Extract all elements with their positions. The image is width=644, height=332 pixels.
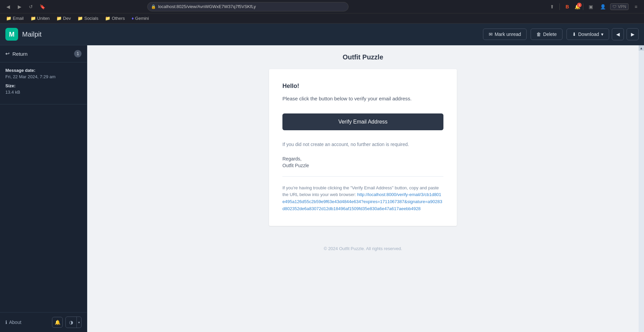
email-sender-name: Outfit Puzzle: [282, 163, 443, 168]
sidebar-toggle-button[interactable]: ▣: [586, 2, 595, 11]
mark-unread-icon: ✉: [489, 32, 493, 37]
folder-icon: 📁: [6, 16, 11, 21]
bookmark-gemini[interactable]: ♦ Gemini: [129, 15, 152, 22]
bookmark-button[interactable]: 🔖: [38, 2, 47, 11]
bookmark-others-label: Others: [112, 16, 125, 21]
bookmark-socials-label: Socials: [84, 16, 98, 21]
download-button[interactable]: ⬇ Download ▾: [567, 29, 609, 40]
bookmark-socials[interactable]: 📁 Socials: [75, 15, 101, 22]
sidebar: ↩ Return 1 Message date: Fri, 22 Mar 202…: [0, 45, 87, 332]
bell-icon: 🔔: [55, 320, 60, 325]
prev-message-button[interactable]: ◀: [612, 28, 624, 40]
vpn-label: VPN: [618, 4, 626, 9]
verify-btn-label: Verify Email Address: [338, 119, 388, 125]
lock-icon: 🔒: [151, 4, 156, 9]
download-chevron-icon: ▾: [601, 32, 603, 37]
sidebar-bottom: ℹ About 🔔 ◑ ▾: [0, 312, 87, 332]
menu-button[interactable]: ≡: [631, 2, 641, 11]
mark-unread-button[interactable]: ✉ Mark unread: [483, 29, 527, 40]
url-text: localhost:8025/view/AvnWGWxE7W37q7f5VSKf…: [158, 4, 345, 9]
download-label: Download: [578, 32, 599, 37]
return-button[interactable]: ↩ Return 1: [0, 45, 87, 62]
folder-icon: 📁: [56, 16, 62, 21]
message-info-panel: Message date: Fri, 22 Mar 2024, 7:29 am …: [0, 62, 87, 104]
bookmark-uniten-label: Uniten: [37, 16, 50, 21]
about-label: About: [9, 320, 21, 325]
return-icon: ↩: [5, 51, 10, 57]
share-button[interactable]: ⬆: [547, 2, 557, 11]
scroll-up-button[interactable]: ▲: [639, 45, 644, 51]
delete-label: Delete: [543, 32, 556, 37]
back-button[interactable]: ◀: [3, 2, 13, 11]
verify-email-button[interactable]: Verify Email Address: [282, 113, 443, 130]
email-note: If you did not create an account, no fur…: [282, 141, 443, 148]
download-icon: ⬇: [572, 32, 576, 37]
message-date-value: Fri, 22 Mar 2024, 7:29 am: [5, 74, 82, 79]
folder-icon: 📁: [105, 16, 110, 21]
email-card: Hello! Please click the button below to …: [269, 69, 457, 226]
vpn-icon: 🛡: [612, 4, 616, 9]
about-button[interactable]: ℹ About: [5, 320, 49, 325]
app-title: Mailpit: [22, 31, 479, 38]
bookmark-gemini-label: Gemini: [135, 16, 149, 21]
mailpit-logo: M: [5, 28, 18, 41]
bookmark-others[interactable]: 📁 Others: [102, 15, 127, 22]
notification-badge: 1: [577, 3, 582, 7]
trash-icon: 🗑: [536, 32, 541, 37]
notifications-button[interactable]: 🔔 1: [575, 4, 580, 9]
email-regards: Regards,: [282, 156, 443, 161]
logo-letter: M: [9, 31, 15, 38]
mailpit-header: M Mailpit ✉ Mark unread 🗑 Delete ⬇ Downl…: [0, 23, 644, 45]
email-body-text: Please click the button below to verify …: [282, 95, 443, 103]
email-subject: Outfit Puzzle: [87, 45, 639, 69]
bookmark-dev[interactable]: 📁 Dev: [54, 15, 73, 22]
theme-icon: ◑: [69, 320, 73, 325]
browser-right-icons: ⬆ B 🔔 1 ▣ 👤 🛡 VPN ≡: [547, 2, 641, 11]
next-arrow-icon: ▶: [631, 32, 635, 37]
main-content: ↩ Return 1 Message date: Fri, 22 Mar 202…: [0, 45, 644, 332]
email-footer: © 2024 Outfit Puzzle. All rights reserve…: [87, 239, 639, 258]
delete-button[interactable]: 🗑 Delete: [531, 29, 562, 40]
browser-chrome: ◀ ▶ ↺ 🔖 🔒 localhost:8025/view/AvnWGWxE7W…: [0, 0, 644, 13]
bookmark-uniten[interactable]: 📁 Uniten: [28, 15, 53, 22]
email-divider: [282, 176, 443, 177]
bookmark-dev-label: Dev: [63, 16, 71, 21]
forward-button[interactable]: ▶: [15, 2, 24, 11]
next-message-button[interactable]: ▶: [627, 28, 639, 40]
brave-shield-icon[interactable]: B: [562, 2, 572, 11]
return-label: Return: [12, 51, 28, 57]
theme-button[interactable]: ◑: [66, 317, 76, 328]
email-trouble-text: If you're having trouble clicking the "V…: [282, 185, 443, 212]
refresh-button[interactable]: ↺: [26, 2, 36, 11]
size-label: Size:: [5, 83, 82, 88]
scrollbar-area: ▲: [639, 45, 644, 332]
email-viewer: Outfit Puzzle Hello! Please click the bu…: [87, 45, 639, 332]
folder-icon: 📁: [31, 16, 36, 21]
bookmarks-bar: 📁 Email 📁 Uniten 📁 Dev 📁 Socials 📁 Other…: [0, 13, 644, 23]
message-date-label: Message date:: [5, 68, 82, 73]
size-value: 13.4 kB: [5, 90, 82, 95]
profile-button[interactable]: 👤: [598, 2, 607, 11]
vpn-badge[interactable]: 🛡 VPN: [610, 3, 629, 10]
info-icon: ℹ: [5, 320, 7, 325]
address-bar[interactable]: 🔒 localhost:8025/view/AvnWGWxE7W37q7f5VS…: [147, 2, 348, 11]
folder-icon: 📁: [77, 16, 83, 21]
theme-dropdown-button[interactable]: ▾: [76, 317, 81, 328]
header-right: ⬇ Download ▾ ◀ ▶: [567, 28, 639, 40]
prev-arrow-icon: ◀: [616, 32, 620, 37]
notifications-settings-button[interactable]: 🔔: [52, 317, 63, 328]
theme-dropdown-chevron-icon: ▾: [78, 321, 80, 324]
email-greeting: Hello!: [282, 83, 443, 90]
bookmark-email-label: Email: [13, 16, 24, 21]
bookmark-email[interactable]: 📁 Email: [3, 15, 26, 22]
mark-unread-label: Mark unread: [495, 32, 521, 37]
return-count-badge: 1: [74, 50, 82, 57]
app-container: M Mailpit ✉ Mark unread 🗑 Delete ⬇ Downl…: [0, 23, 644, 332]
diamond-icon: ♦: [131, 16, 134, 21]
